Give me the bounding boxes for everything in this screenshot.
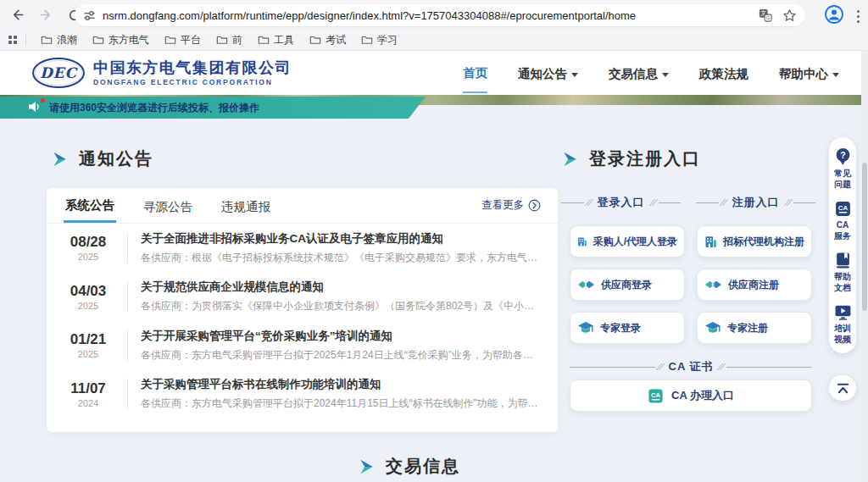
svg-text:?: ? bbox=[840, 151, 845, 160]
dec-logo-icon: DEC bbox=[32, 58, 85, 88]
notice-title[interactable]: 关于全面推进非招标采购业务CA认证及电子签章应用的通知 bbox=[141, 231, 542, 247]
bookmark-folder[interactable]: 工具 bbox=[250, 30, 302, 50]
section-title: 通知公告 bbox=[79, 147, 153, 170]
ca-service-shortcut[interactable]: CA CA服务 bbox=[833, 197, 852, 249]
ca-apply-button[interactable]: CA CA 办理入口 bbox=[570, 380, 812, 412]
apps-grid-icon[interactable] bbox=[8, 36, 17, 44]
training-videos-shortcut[interactable]: 培训视频 bbox=[833, 301, 852, 348]
expert-login-button[interactable]: 专家登录 bbox=[570, 312, 685, 344]
buyer-agent-login-button[interactable]: 采购人/代理人登录 bbox=[570, 225, 685, 258]
register-group-label: 注册入口 bbox=[696, 195, 815, 210]
forward-button[interactable] bbox=[34, 3, 58, 27]
question-bubble-icon: ? bbox=[834, 147, 852, 166]
bookmark-label: 浪潮 bbox=[57, 33, 77, 47]
site-header: DEC 中国东方电气集团有限公司 DONGFANG ELECTRIC CORPO… bbox=[0, 51, 868, 95]
folder-icon bbox=[41, 35, 53, 45]
back-arrow-icon bbox=[10, 8, 25, 22]
bookmarks-bar: 浪潮 东方电气 平台 前 工具 考试 学习 bbox=[0, 30, 868, 51]
notice-date: 04/03 2025 bbox=[62, 283, 114, 311]
bookmark-folder[interactable]: 东方电气 bbox=[85, 30, 157, 50]
caret-down-icon bbox=[571, 73, 578, 77]
nav-notices[interactable]: 通知公告 bbox=[518, 54, 578, 92]
browser-toolbar: nsrm.dongfang.com/platform/runtime/epp/d… bbox=[0, 0, 868, 30]
forward-arrow-icon bbox=[39, 8, 53, 22]
trade-info-section-header: 交易信息 bbox=[0, 455, 818, 478]
folder-icon bbox=[92, 35, 104, 45]
tab-violation-reports[interactable]: 违规通报 bbox=[220, 190, 272, 222]
company-name-en: DONGFANG ELECTRIC CORPORATION bbox=[93, 78, 292, 86]
bookmark-label: 平台 bbox=[181, 33, 201, 47]
scrollbar-thumb[interactable] bbox=[862, 163, 867, 311]
url-text: nsrm.dongfang.com/platform/runtime/epp/d… bbox=[103, 9, 759, 22]
bookmark-folder[interactable]: 浪潮 bbox=[33, 30, 85, 50]
notice-title[interactable]: 关于开展采购管理平台“竞价采购业务”培训的通知 bbox=[141, 329, 542, 344]
bookmark-label: 学习 bbox=[377, 33, 398, 47]
notice-title[interactable]: 关于规范供应商企业规模信息的通知 bbox=[141, 280, 542, 295]
browser-menu-button[interactable] bbox=[854, 7, 863, 26]
notice-row[interactable]: 08/28 2025 关于全面推进非招标采购业务CA认证及电子签章应用的通知 各… bbox=[47, 224, 558, 273]
video-player-icon bbox=[834, 303, 852, 321]
notice-row[interactable]: 11/07 2024 关于采购管理平台标书在线制作功能培训的通知 各供应商：东方… bbox=[47, 370, 558, 419]
divider bbox=[25, 34, 26, 46]
handshake-icon bbox=[704, 278, 722, 291]
collapse-up-icon bbox=[836, 382, 850, 395]
notice-row[interactable]: 01/21 2025 关于开展采购管理平台“竞价采购业务”培训的通知 各供应商：… bbox=[47, 321, 558, 370]
folder-icon bbox=[258, 35, 270, 45]
floating-sidebar: ? 常见问题 CA CA服务 帮助文档 培训视频 bbox=[829, 137, 856, 353]
bookmark-star-icon[interactable] bbox=[782, 8, 797, 23]
nav-home[interactable]: 首页 bbox=[463, 53, 487, 93]
folder-icon bbox=[309, 35, 321, 45]
notice-summary: 各供应商：根据《电子招标投标系统技术规范》《电子采购交易规范》要求，东方电气采购… bbox=[141, 251, 542, 265]
nav-help-center[interactable]: 帮助中心 bbox=[779, 54, 839, 92]
rail-label: 培训视频 bbox=[833, 324, 852, 345]
tab-sourcing-notices[interactable]: 寻源公告 bbox=[142, 190, 194, 222]
bookmark-folder[interactable]: 考试 bbox=[302, 30, 353, 50]
notice-title[interactable]: 关于采购管理平台标书在线制作功能培训的通知 bbox=[141, 377, 538, 392]
section-title: 登录注册入口 bbox=[589, 147, 701, 170]
notice-summary: 各供应商：东方电气采购管理平台拟于2024年11月15日上线“标书在线制作”功能… bbox=[141, 396, 538, 411]
rail-label: 常见问题 bbox=[833, 169, 852, 190]
notices-tabs: 系统公告 寻源公告 违规通报 查看更多 bbox=[47, 188, 558, 224]
bookmark-folder[interactable]: 平台 bbox=[157, 30, 209, 50]
announcement-ticker: 请使用360安全浏览器进行后续投标、报价操作 bbox=[0, 97, 426, 119]
nav-policies[interactable]: 政策法规 bbox=[699, 54, 748, 92]
back-to-top-button[interactable] bbox=[829, 375, 856, 401]
address-bar[interactable]: nsrm.dongfang.com/platform/runtime/epp/d… bbox=[75, 4, 805, 26]
bidding-agency-register-button[interactable]: 招标代理机构注册 bbox=[697, 225, 812, 258]
bookmark-folder[interactable]: 学习 bbox=[353, 30, 405, 50]
translate-icon[interactable]: 文 G bbox=[759, 8, 772, 22]
divider bbox=[127, 330, 128, 361]
supplier-register-button[interactable]: 供应商注册 bbox=[697, 269, 812, 301]
notice-date: 01/21 2025 bbox=[62, 331, 114, 359]
company-logo[interactable]: DEC 中国东方电气集团有限公司 DONGFANG ELECTRIC CORPO… bbox=[32, 58, 292, 88]
circle-arrow-icon bbox=[528, 199, 541, 212]
handshake-icon bbox=[577, 278, 595, 291]
notice-summary: 各供应商：东方电气采购管理平台拟于2025年1月24日上线“竞价采购”业务，为帮… bbox=[141, 348, 542, 363]
help-docs-shortcut[interactable]: 帮助文档 bbox=[833, 249, 852, 301]
section-chevron-icon bbox=[561, 151, 578, 168]
company-name-cn: 中国东方电气集团有限公司 bbox=[93, 59, 292, 76]
building-icon bbox=[577, 234, 587, 250]
site-settings-icon bbox=[83, 9, 96, 22]
notice-row[interactable]: 04/03 2025 关于规范供应商企业规模信息的通知 各供应商：为贯彻落实《保… bbox=[47, 273, 558, 322]
graduation-cap-icon bbox=[704, 321, 721, 335]
faq-shortcut[interactable]: ? 常见问题 bbox=[833, 145, 852, 197]
svg-text:CA: CA bbox=[837, 204, 848, 212]
back-button[interactable] bbox=[5, 3, 29, 27]
tab-system-notices[interactable]: 系统公告 bbox=[64, 188, 116, 223]
svg-text:G: G bbox=[766, 14, 771, 20]
folder-icon bbox=[164, 35, 176, 45]
profile-avatar[interactable] bbox=[824, 4, 844, 28]
divider bbox=[127, 233, 128, 263]
view-more-link[interactable]: 查看更多 bbox=[481, 198, 541, 213]
ca-group-label: CA 证书 bbox=[570, 359, 812, 374]
ticker-text: 请使用360安全浏览器进行后续投标、报价操作 bbox=[49, 101, 259, 115]
nav-trade-info[interactable]: 交易信息 bbox=[609, 54, 669, 92]
supplier-login-button[interactable]: 供应商登录 bbox=[570, 269, 685, 301]
page-scrollbar bbox=[861, 51, 868, 482]
ca-badge-icon: CA bbox=[648, 388, 664, 404]
bookmark-folder[interactable]: 前 bbox=[209, 30, 250, 50]
avatar-icon bbox=[824, 4, 844, 25]
main-nav: 首页 通知公告 交易信息 政策法规 帮助中心 bbox=[463, 51, 839, 95]
expert-register-button[interactable]: 专家注册 bbox=[697, 312, 812, 344]
